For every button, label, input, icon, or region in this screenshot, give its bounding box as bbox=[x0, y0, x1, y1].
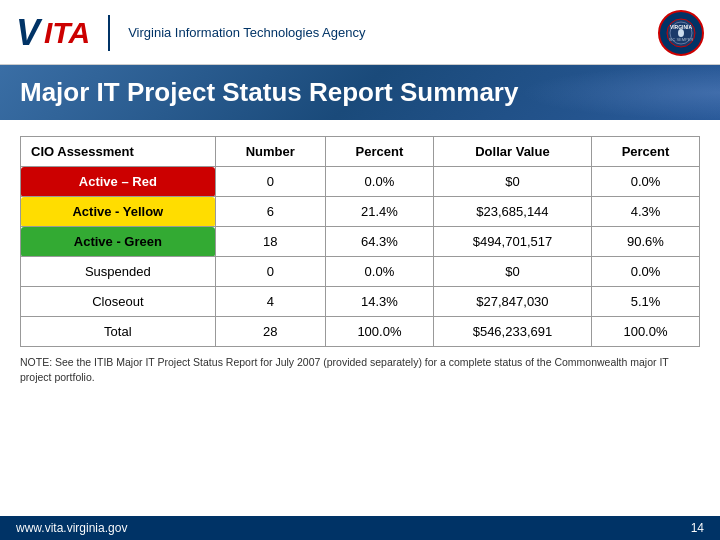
percent1-cell: 0.0% bbox=[325, 167, 433, 197]
assessment-label: Active - Green bbox=[21, 227, 216, 257]
status-table: CIO Assessment Number Percent Dollar Val… bbox=[20, 136, 700, 347]
main-content: CIO Assessment Number Percent Dollar Val… bbox=[0, 120, 720, 398]
assessment-label: Active - Yellow bbox=[21, 197, 216, 227]
vita-logo: V ITA bbox=[16, 15, 90, 51]
svg-point-3 bbox=[678, 29, 684, 37]
number-cell: 0 bbox=[215, 257, 325, 287]
table-row: Active – Red 0 0.0% $0 0.0% bbox=[21, 167, 700, 197]
logo-area: V ITA Virginia Information Technologies … bbox=[16, 15, 365, 51]
header: V ITA Virginia Information Technologies … bbox=[0, 0, 720, 65]
percent1-cell: 100.0% bbox=[325, 317, 433, 347]
percent2-cell: 90.6% bbox=[591, 227, 699, 257]
dollar-cell: $546,233,691 bbox=[433, 317, 591, 347]
percent2-cell: 5.1% bbox=[591, 287, 699, 317]
logo-ita-letters: ITA bbox=[44, 18, 90, 48]
agency-name: Virginia Information Technologies Agency bbox=[128, 25, 365, 41]
table-row: Active - Yellow 6 21.4% $23,685,144 4.3% bbox=[21, 197, 700, 227]
dollar-cell: $0 bbox=[433, 167, 591, 197]
assessment-label: Total bbox=[21, 317, 216, 347]
percent2-cell: 100.0% bbox=[591, 317, 699, 347]
assessment-label: Active – Red bbox=[21, 167, 216, 197]
percent1-cell: 0.0% bbox=[325, 257, 433, 287]
page-title: Major IT Project Status Report Summary bbox=[20, 77, 700, 108]
number-cell: 4 bbox=[215, 287, 325, 317]
col-header-percent2: Percent bbox=[591, 137, 699, 167]
footer-url: www.vita.virginia.gov bbox=[16, 521, 127, 535]
table-row: Closeout 4 14.3% $27,847,030 5.1% bbox=[21, 287, 700, 317]
percent2-cell: 0.0% bbox=[591, 257, 699, 287]
table-row: Active - Green 18 64.3% $494,701,517 90.… bbox=[21, 227, 700, 257]
logo-divider bbox=[108, 15, 110, 51]
number-cell: 18 bbox=[215, 227, 325, 257]
dollar-cell: $494,701,517 bbox=[433, 227, 591, 257]
number-cell: 28 bbox=[215, 317, 325, 347]
percent1-cell: 64.3% bbox=[325, 227, 433, 257]
percent1-cell: 14.3% bbox=[325, 287, 433, 317]
col-header-percent1: Percent bbox=[325, 137, 433, 167]
dollar-cell: $23,685,144 bbox=[433, 197, 591, 227]
percent1-cell: 21.4% bbox=[325, 197, 433, 227]
seal-icon: VIRGINIA SIC SEMPER bbox=[665, 17, 697, 49]
col-header-dollar: Dollar Value bbox=[433, 137, 591, 167]
table-header-row: CIO Assessment Number Percent Dollar Val… bbox=[21, 137, 700, 167]
col-header-assessment: CIO Assessment bbox=[21, 137, 216, 167]
assessment-label: Suspended bbox=[21, 257, 216, 287]
logo-v-letter: V bbox=[16, 15, 40, 51]
virginia-seal: VIRGINIA SIC SEMPER bbox=[658, 10, 704, 56]
percent2-cell: 4.3% bbox=[591, 197, 699, 227]
footer: www.vita.virginia.gov 14 bbox=[0, 516, 720, 540]
dollar-cell: $0 bbox=[433, 257, 591, 287]
percent2-cell: 0.0% bbox=[591, 167, 699, 197]
table-row: Total 28 100.0% $546,233,691 100.0% bbox=[21, 317, 700, 347]
col-header-number: Number bbox=[215, 137, 325, 167]
number-cell: 6 bbox=[215, 197, 325, 227]
number-cell: 0 bbox=[215, 167, 325, 197]
title-banner: Major IT Project Status Report Summary bbox=[0, 65, 720, 120]
svg-text:SIC SEMPER: SIC SEMPER bbox=[669, 37, 694, 42]
assessment-label: Closeout bbox=[21, 287, 216, 317]
note-text: NOTE: See the ITIB Major IT Project Stat… bbox=[20, 347, 700, 388]
dollar-cell: $27,847,030 bbox=[433, 287, 591, 317]
table-row: Suspended 0 0.0% $0 0.0% bbox=[21, 257, 700, 287]
footer-page-number: 14 bbox=[691, 521, 704, 535]
